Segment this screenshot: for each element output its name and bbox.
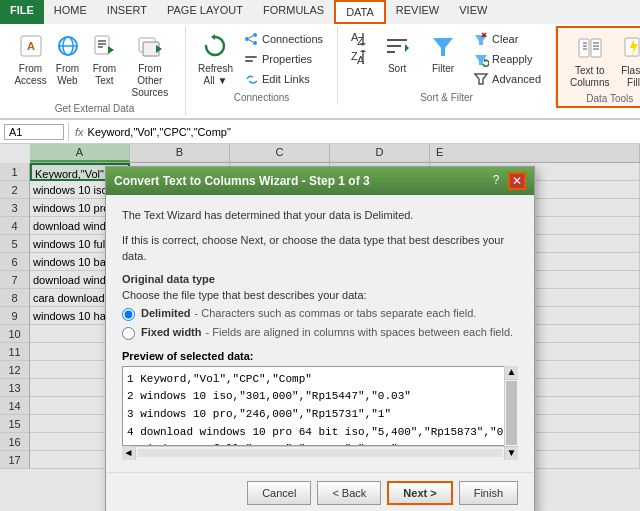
from-access-button[interactable]: A FromAccess xyxy=(12,28,49,89)
scroll-thumb[interactable] xyxy=(506,381,517,445)
svg-point-15 xyxy=(253,33,257,37)
advanced-button[interactable]: Advanced xyxy=(469,70,545,88)
clear-button[interactable]: Clear xyxy=(469,30,545,48)
tab-formulas[interactable]: FORMULAS xyxy=(253,0,334,24)
tab-file[interactable]: FILE xyxy=(0,0,44,24)
scroll-up[interactable]: ▲ xyxy=(505,366,518,380)
from-text-icon xyxy=(88,30,120,62)
filter-label: Filter xyxy=(432,63,454,75)
filter-icon xyxy=(427,30,459,62)
group-sort-filter: AZ ZA Sort xyxy=(338,26,556,105)
connections-label: Connections xyxy=(234,90,290,103)
fixed-width-option[interactable]: Fixed width- Fields are aligned in colum… xyxy=(122,326,518,340)
advanced-icon xyxy=(473,71,489,87)
flash-fill-icon xyxy=(618,32,641,64)
preview-line-3: 3 windows 10 pro,"246,000","Rp15731","1" xyxy=(127,406,513,424)
refresh-all-button[interactable]: RefreshAll ▼ xyxy=(194,28,237,89)
svg-text:A: A xyxy=(27,40,35,52)
preview-hscrollbar[interactable]: ◄ ► xyxy=(122,446,518,460)
formula-divider xyxy=(68,123,69,141)
dialog-title-bar: Convert Text to Columns Wizard - Step 1 … xyxy=(106,167,534,195)
dialog-close-button[interactable]: ✕ xyxy=(508,172,526,190)
group-get-external-data: A FromAccess FromWeb FromText xyxy=(4,26,186,116)
svg-point-16 xyxy=(253,41,257,45)
filter-button[interactable]: Filter xyxy=(421,28,465,77)
reapply-button[interactable]: Reapply xyxy=(469,50,545,68)
from-web-button[interactable]: FromWeb xyxy=(49,28,86,89)
preview-line-4: 4 download windows 10 pro 64 bit iso,"5,… xyxy=(127,424,513,442)
properties-button[interactable]: Properties xyxy=(239,50,327,68)
fixed-width-radio[interactable] xyxy=(122,327,135,340)
tab-insert[interactable]: INSERT xyxy=(97,0,157,24)
dialog-overlay: Convert Text to Columns Wizard - Step 1 … xyxy=(0,144,640,511)
hscroll-left[interactable]: ◄ xyxy=(122,446,136,460)
sort-button[interactable]: Sort xyxy=(375,28,419,77)
delimited-label: Delimited- Characters such as commas or … xyxy=(141,307,476,319)
edit-links-icon xyxy=(243,71,259,87)
dialog-description-2: If this is correct, choose Next, or choo… xyxy=(122,232,518,265)
name-box[interactable] xyxy=(4,124,64,140)
edit-links-button[interactable]: Edit Links xyxy=(239,70,327,88)
help-icon[interactable]: ? xyxy=(488,172,504,188)
fx-label: fx xyxy=(75,126,84,138)
svg-line-18 xyxy=(249,40,253,42)
from-access-icon: A xyxy=(15,30,47,62)
delimited-option[interactable]: Delimited- Characters such as commas or … xyxy=(122,307,518,321)
tab-home[interactable]: HOME xyxy=(44,0,97,24)
svg-marker-33 xyxy=(433,38,453,56)
refresh-all-icon xyxy=(199,30,231,62)
group-data-tools: Text toColumns FlashFill Data Tools xyxy=(556,26,640,108)
from-text-button[interactable]: FromText xyxy=(86,28,123,89)
fixed-width-label: Fixed width- Fields are aligned in colum… xyxy=(141,326,513,338)
tab-view[interactable]: VIEW xyxy=(449,0,497,24)
from-other-icon xyxy=(134,30,166,62)
preview-line-2: 2 windows 10 iso,"301,000","Rp15447","0.… xyxy=(127,388,513,406)
finish-button[interactable]: Finish xyxy=(459,481,518,505)
scroll-down[interactable]: ▼ xyxy=(505,446,518,460)
back-button[interactable]: < Back xyxy=(317,481,381,505)
tab-page-layout[interactable]: PAGE LAYOUT xyxy=(157,0,253,24)
next-button[interactable]: Next > xyxy=(387,481,452,505)
preview-scrollbar[interactable]: ▲ ▼ xyxy=(504,366,518,460)
svg-rect-40 xyxy=(579,39,589,57)
dialog-description-1: The Text Wizard has determined that your… xyxy=(122,207,518,224)
preview-line-1: 1 Keyword,"Vol","CPC","Comp" xyxy=(127,371,513,389)
formula-bar: fx xyxy=(0,120,640,144)
svg-line-17 xyxy=(249,36,253,38)
from-other-button[interactable]: From OtherSources xyxy=(123,28,177,101)
dialog-title-icons: ? ✕ xyxy=(488,172,526,190)
cancel-button[interactable]: Cancel xyxy=(247,481,311,505)
flash-fill-label: FlashFill xyxy=(621,65,640,89)
sort-za-button[interactable]: ZA xyxy=(346,49,373,67)
sort-za-icon: ZA xyxy=(350,50,366,66)
reapply-icon xyxy=(473,51,489,67)
spreadsheet: A B C D E 1234567891011121314151617 Keyw… xyxy=(0,144,640,511)
svg-rect-19 xyxy=(245,56,257,58)
formula-input[interactable] xyxy=(88,126,636,138)
delimited-radio[interactable] xyxy=(122,308,135,321)
sort-az-button[interactable]: AZ xyxy=(346,30,373,48)
from-web-label: FromWeb xyxy=(56,63,79,87)
group-connections: RefreshAll ▼ Connections Properties xyxy=(186,26,338,105)
text-to-columns-button[interactable]: Text toColumns xyxy=(566,30,613,91)
connections-button[interactable]: Connections xyxy=(239,30,327,48)
choose-label: Choose the file type that best describes… xyxy=(122,289,518,301)
from-web-icon xyxy=(52,30,84,62)
get-external-data-label: Get External Data xyxy=(55,101,134,114)
tab-data[interactable]: DATA xyxy=(334,0,386,24)
tab-review[interactable]: REVIEW xyxy=(386,0,449,24)
flash-fill-button[interactable]: FlashFill xyxy=(614,30,641,91)
sort-icon xyxy=(381,30,413,62)
text-to-columns-label: Text toColumns xyxy=(570,65,609,89)
svg-rect-20 xyxy=(245,60,253,62)
dialog-title: Convert Text to Columns Wizard - Step 1 … xyxy=(114,174,370,188)
dialog-body: The Text Wizard has determined that your… xyxy=(106,195,534,472)
svg-text:A: A xyxy=(357,54,365,66)
from-text-label: FromText xyxy=(93,63,116,87)
data-tools-label: Data Tools xyxy=(586,91,633,104)
hscroll-track xyxy=(138,449,502,457)
svg-point-14 xyxy=(245,37,249,41)
svg-marker-38 xyxy=(484,59,487,62)
svg-marker-39 xyxy=(475,74,487,84)
preview-title: Preview of selected data: xyxy=(122,350,518,362)
